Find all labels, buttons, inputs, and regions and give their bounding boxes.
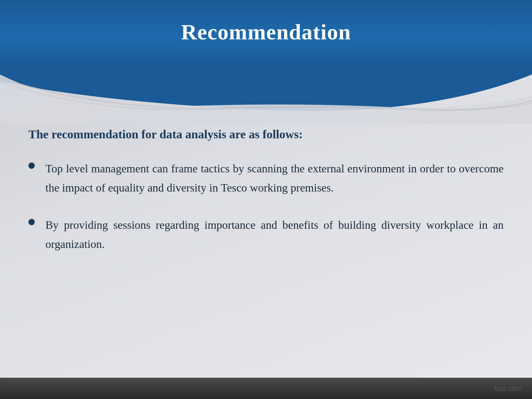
content-area: The recommendation for data analysis are… bbox=[28, 128, 504, 371]
slide-title: Recommendation bbox=[181, 20, 351, 45]
bullet-dot-1 bbox=[28, 162, 35, 169]
bullet-item-1: Top level management can frame tactics b… bbox=[28, 159, 504, 198]
bullet-item-2: By providing sessions regarding importan… bbox=[28, 215, 504, 254]
section-heading: The recommendation for data analysis are… bbox=[28, 128, 504, 141]
header-title-container: Recommendation bbox=[0, 0, 532, 64]
bullet-text-2: By providing sessions regarding importan… bbox=[45, 215, 504, 254]
bullet-dot-2 bbox=[28, 219, 35, 225]
bullet-text-1: Top level management can frame tactics b… bbox=[45, 159, 504, 198]
bullet-list: Top level management can frame tactics b… bbox=[28, 159, 504, 254]
bottom-strip: fppt.com bbox=[0, 378, 532, 399]
slide: Recommendation The recommendation for da… bbox=[0, 0, 532, 399]
footer-text: fppt.com bbox=[494, 384, 521, 393]
